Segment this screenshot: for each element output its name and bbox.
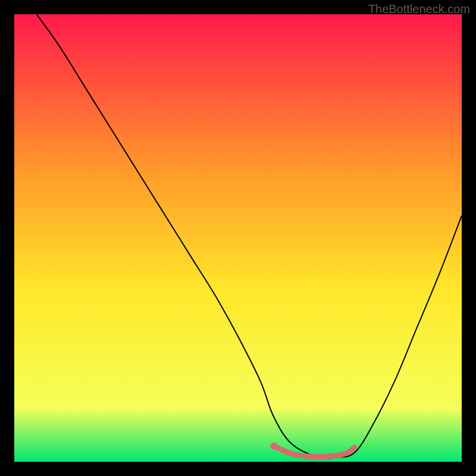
chart-svg (14, 14, 462, 462)
optimal-start-dot (270, 443, 277, 450)
chart-plot-area (14, 14, 462, 462)
watermark-text: TheBottleneck.com (368, 2, 470, 16)
